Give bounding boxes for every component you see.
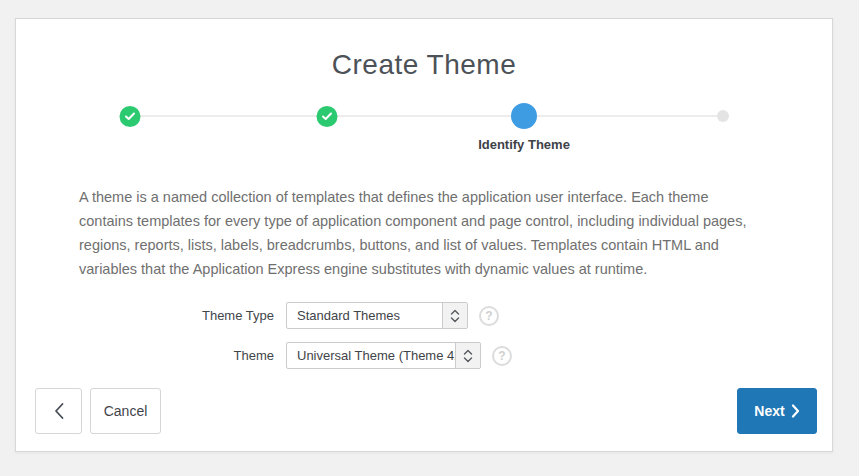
stepper-connector-line <box>130 115 723 117</box>
step-2-complete-icon <box>317 106 338 127</box>
spinner-up-down-icon[interactable] <box>455 343 480 368</box>
theme-type-selected-value: Standard Themes <box>287 303 442 328</box>
step-1-complete-icon <box>120 106 141 127</box>
theme-select[interactable]: Universal Theme (Theme 42) <box>286 342 481 369</box>
chevron-left-icon <box>53 402 65 420</box>
back-button[interactable] <box>35 388 82 434</box>
theme-description-text: A theme is a named collection of templat… <box>79 185 755 281</box>
theme-help-icon[interactable]: ? <box>492 346 512 366</box>
theme-type-select[interactable]: Standard Themes <box>286 302 468 329</box>
theme-type-row: Theme Type Standard Themes ? <box>16 302 832 329</box>
checkmark-icon <box>322 112 333 121</box>
theme-row: Theme Universal Theme (Theme 42) ? <box>16 342 832 369</box>
create-theme-wizard-dialog: Create Theme Identify Theme A theme is a… <box>15 18 833 452</box>
page-title: Create Theme <box>16 49 832 81</box>
wizard-footer: Cancel Next <box>35 388 817 434</box>
wizard-progress-stepper: Identify Theme <box>16 103 832 161</box>
current-step-label: Identify Theme <box>478 137 570 152</box>
chevron-right-icon <box>791 404 800 418</box>
step-3-current-indicator <box>511 103 537 129</box>
spinner-up-down-icon[interactable] <box>442 303 467 328</box>
next-button[interactable]: Next <box>737 388 817 434</box>
theme-selected-value: Universal Theme (Theme 42) <box>287 343 455 368</box>
cancel-button[interactable]: Cancel <box>90 388 161 434</box>
step-4-upcoming-indicator <box>717 110 729 122</box>
theme-type-label: Theme Type <box>16 308 274 323</box>
checkmark-icon <box>125 112 136 121</box>
theme-form: Theme Type Standard Themes ? Theme Unive… <box>16 302 832 369</box>
theme-label: Theme <box>16 348 274 363</box>
next-button-label: Next <box>754 403 784 419</box>
theme-type-help-icon[interactable]: ? <box>479 306 499 326</box>
